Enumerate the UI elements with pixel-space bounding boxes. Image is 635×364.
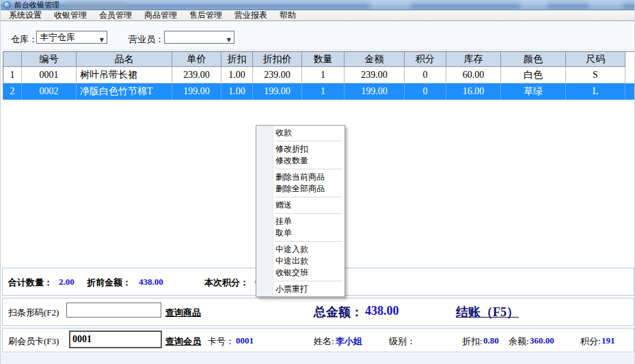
header-filler xyxy=(625,52,635,67)
barcode-input[interactable] xyxy=(66,303,161,318)
table-row[interactable]: 1 0001 树叶吊带长裙 239.00 1.00 239.00 1 239.0… xyxy=(3,67,635,83)
clerk-select[interactable]: ▼ xyxy=(164,31,234,44)
query-product-link[interactable]: 查询商品 xyxy=(165,307,201,319)
checkout-panel: 扫条形码(F2) 查询商品 总金额： 438.00 结账（F5） xyxy=(2,298,634,326)
row-amount: 239.00 xyxy=(344,67,405,83)
grand-total-value: 438.00 xyxy=(365,304,399,318)
warehouse-selected-value: 丰宁仓库 xyxy=(40,32,75,42)
table-header-row: 编号 品名 单价 折扣 折扣价 数量 金额 积分 库存 颜色 尺码 xyxy=(3,52,635,67)
menu-aftersales-mgmt[interactable]: 售后管理 xyxy=(185,10,226,20)
row-code: 0002 xyxy=(22,83,77,100)
member-name-label: 姓名: xyxy=(314,335,334,348)
member-balance-label: 余额: xyxy=(509,335,529,348)
row-stock: 60.00 xyxy=(446,67,501,83)
col-size: 尺码 xyxy=(566,52,625,67)
menu-separator xyxy=(275,281,342,281)
ctx-delete-current-item[interactable]: 删除当前商品 xyxy=(256,171,344,183)
chevron-down-icon: ▼ xyxy=(227,34,231,46)
chevron-down-icon: ▼ xyxy=(100,34,104,46)
col-discount-price: 折扣价 xyxy=(253,52,302,67)
ctx-modify-discount[interactable]: 修改折扣 xyxy=(256,143,344,155)
row-discount: 1.00 xyxy=(221,83,253,100)
row-points: 0 xyxy=(405,67,446,83)
window-title: 前台收银管理 xyxy=(14,1,59,10)
clerk-label: 营业员： xyxy=(129,33,164,46)
menu-member-mgmt[interactable]: 会员管理 xyxy=(95,10,136,20)
member-name-value: 李小姐 xyxy=(336,335,362,348)
blurred-watermark xyxy=(66,2,126,8)
titlebar-glass-highlight xyxy=(589,1,623,9)
row-discount: 1.00 xyxy=(221,67,253,83)
ctx-delete-all-items[interactable]: 删除全部商品 xyxy=(256,183,344,195)
product-table: 编号 品名 单价 折扣 折扣价 数量 金额 积分 库存 颜色 尺码 1 0001… xyxy=(3,51,635,100)
query-member-link[interactable]: 查询会员 xyxy=(165,335,201,348)
context-menu: 收款 修改折扣 修改数量 删除当前商品 删除全部商品 赠送 挂单 取单 中途入款… xyxy=(256,125,345,297)
row-index: 2 xyxy=(3,83,22,100)
ctx-shift-change[interactable]: 收银交班 xyxy=(256,267,344,279)
col-rownum xyxy=(3,52,22,67)
col-color: 颜色 xyxy=(501,52,566,67)
col-qty: 数量 xyxy=(302,52,344,67)
row-name: 净版白色竹节棉T xyxy=(77,83,172,100)
ctx-receive-payment[interactable]: 收款 xyxy=(256,127,344,139)
total-qty-value: 2.00 xyxy=(59,277,75,288)
menu-product-mgmt[interactable]: 商品管理 xyxy=(140,10,181,20)
menu-separator xyxy=(275,241,342,242)
col-price: 单价 xyxy=(172,52,221,67)
row-size: L xyxy=(566,83,625,100)
warehouse-label: 仓库： xyxy=(11,33,38,46)
title-bar[interactable]: 前台收银管理 xyxy=(1,0,635,10)
app-icon xyxy=(3,1,11,9)
pre-discount-label: 折前金额： xyxy=(87,277,131,289)
row-qty: 1 xyxy=(302,67,344,83)
member-discount-label: 折扣: xyxy=(462,335,483,348)
col-code: 编号 xyxy=(22,52,77,67)
row-filler xyxy=(625,67,635,83)
row-index: 1 xyxy=(3,67,22,83)
ctx-mid-cash-in[interactable]: 中途入款 xyxy=(256,244,344,255)
row-stock: 16.00 xyxy=(446,83,501,100)
member-balance-value: 360.00 xyxy=(530,335,554,346)
member-panel: 刷会员卡(F3) 查询会员 卡号： 0001 姓名: 李小姐 级别： 折扣: 0… xyxy=(2,328,634,352)
col-stock: 库存 xyxy=(446,52,501,67)
row-discount-price: 199.00 xyxy=(253,83,302,100)
grand-total-label: 总金额： xyxy=(314,304,363,320)
row-name: 树叶吊带长裙 xyxy=(77,67,172,83)
card-no-label: 卡号： xyxy=(208,335,234,348)
titlebar-glass-highlight xyxy=(370,1,411,9)
member-card-input[interactable] xyxy=(69,331,162,348)
ctx-modify-qty[interactable]: 修改数量 xyxy=(256,155,344,167)
barcode-label: 扫条形码(F2) xyxy=(8,307,59,319)
total-qty-label: 合计数量： xyxy=(8,277,53,289)
ctx-hold-order[interactable]: 挂单 xyxy=(256,216,344,227)
member-points-value: 191 xyxy=(602,335,615,346)
menu-separator xyxy=(275,197,342,197)
ctx-retrieve-order[interactable]: 取单 xyxy=(256,227,344,239)
row-filler xyxy=(625,83,635,100)
menu-help[interactable]: 帮助 xyxy=(275,10,300,20)
menu-business-reports[interactable]: 营业报表 xyxy=(230,10,271,20)
menu-separator xyxy=(275,213,342,214)
pre-discount-value: 438.00 xyxy=(139,277,163,288)
ctx-reprint-receipt[interactable]: 小票重打 xyxy=(256,283,344,295)
menu-system-settings[interactable]: 系统设置 xyxy=(5,10,46,20)
app-window: 前台收银管理 系统设置 收银管理 会员管理 商品管理 售后管理 营业报表 帮助 … xyxy=(0,0,635,364)
col-amount: 金额 xyxy=(344,52,405,67)
member-level-label: 级别： xyxy=(389,335,416,348)
warehouse-select[interactable]: 丰宁仓库 ▼ xyxy=(36,31,107,44)
col-discount: 折扣 xyxy=(221,52,253,67)
col-points: 积分 xyxy=(405,52,446,67)
card-no-value: 0001 xyxy=(236,335,254,346)
row-size: S xyxy=(566,67,625,83)
table-row-selected[interactable]: 2 0002 净版白色竹节棉T 199.00 1.00 199.00 1 199… xyxy=(3,83,635,100)
settle-button[interactable]: 结账（F5） xyxy=(456,304,519,320)
ctx-mid-cash-out[interactable]: 中途出款 xyxy=(256,255,344,267)
row-color: 白色 xyxy=(501,67,566,83)
col-name: 品名 xyxy=(77,52,172,67)
menu-cashier-mgmt[interactable]: 收银管理 xyxy=(50,10,91,20)
member-discount-value: 0.80 xyxy=(483,335,499,346)
row-code: 0001 xyxy=(22,67,77,83)
member-card-label: 刷会员卡(F3) xyxy=(8,335,59,348)
ctx-gift[interactable]: 赠送 xyxy=(256,199,344,211)
row-price: 239.00 xyxy=(172,67,221,83)
